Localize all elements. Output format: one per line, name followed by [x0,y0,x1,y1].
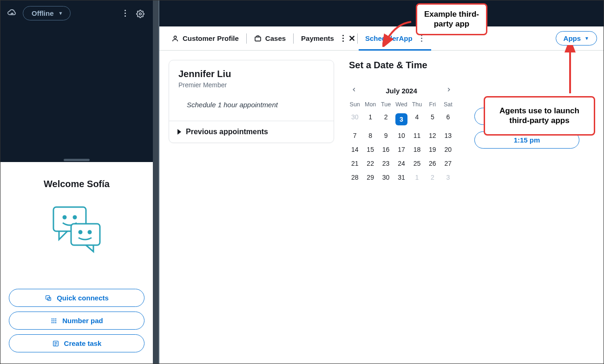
tab-more-icon[interactable] [342,35,344,42]
workspace: Customer Profile Cases Payments ✕ Schedu… [159,0,604,364]
status-label: Offline [32,9,54,17]
svg-point-11 [55,318,57,319]
svg-rect-4 [71,224,100,245]
calendar-day[interactable]: 1 [362,111,378,127]
tab-customer-profile[interactable]: Customer Profile [166,26,244,50]
calendar-day[interactable]: 10 [394,130,409,141]
scheduler-title: Set a Date & Time [349,60,594,71]
svg-point-13 [53,320,55,321]
quick-connects-label: Quick connects [57,294,109,302]
svg-point-17 [55,322,57,323]
calendar-day[interactable]: 7 [347,130,362,141]
svg-point-15 [52,322,53,323]
calendar-prev[interactable] [349,84,359,97]
calendar-day: 1 [409,172,425,183]
caret-down-icon: ▼ [584,36,589,41]
tab-more-icon[interactable] [421,35,422,42]
quick-connects-button[interactable]: Quick connects [9,289,144,307]
tab-bar: Customer Profile Cases Payments ✕ Schedu… [159,26,604,51]
drag-handle[interactable] [64,159,90,161]
calendar-day[interactable]: 26 [425,158,440,169]
calendar-dow: Fri [425,101,440,109]
svg-point-16 [53,322,55,323]
svg-point-5 [79,231,82,234]
calendar-day[interactable]: 29 [362,172,378,183]
calendar-day[interactable]: 24 [394,158,409,169]
tab-customer-profile-label: Customer Profile [183,34,239,42]
calendar-day[interactable]: 25 [409,158,425,169]
calendar-day[interactable]: 19 [425,144,440,155]
svg-rect-20 [255,37,261,41]
calendar-day[interactable]: 16 [378,144,394,155]
calendar-day[interactable]: 17 [394,144,409,155]
tab-separator [246,33,247,44]
callout-third-party-app: Example third-party app [416,3,487,35]
calendar-day[interactable]: 8 [362,130,378,141]
calendar-day[interactable]: 18 [409,144,425,155]
create-task-button[interactable]: Create task [9,334,144,352]
calendar-next[interactable] [444,84,454,97]
calendar-day[interactable]: 14 [347,144,362,155]
svg-point-10 [53,318,55,319]
svg-point-9 [52,318,53,319]
tab-cases[interactable]: Cases [249,26,291,50]
calendar-day[interactable]: 11 [409,130,425,141]
create-task-label: Create task [64,339,102,347]
status-selector[interactable]: Offline ▼ [23,6,71,20]
caret-down-icon: ▼ [59,11,63,16]
arrow-icon [563,45,581,96]
calendar-dow: Sun [347,101,362,109]
customer-task: Schedule 1 hour appointment [178,101,324,109]
panel-divider[interactable] [153,0,159,364]
calendar-day[interactable]: 13 [440,130,456,141]
calendar-day[interactable]: 6 [440,111,456,127]
calendar-day[interactable]: 28 [347,172,362,183]
calendar-day[interactable]: 15 [362,144,378,155]
customer-name: Jennifer Liu [178,69,324,79]
calendar-month: July 2024 [386,87,417,95]
calendar-day[interactable]: 4 [409,111,425,127]
tab-payments[interactable]: Payments [295,26,340,50]
svg-point-3 [73,216,76,219]
calendar-day: 30 [347,111,362,127]
calendar-day[interactable]: 2 [378,111,394,127]
calendar-day[interactable]: 21 [347,158,362,169]
calendar-dow: Mon [362,101,378,109]
welcome-text: Welcome Sofía [44,179,110,189]
svg-point-19 [174,36,176,38]
number-pad-icon [50,317,58,325]
calendar-day[interactable]: 12 [425,130,440,141]
svg-point-14 [55,320,57,321]
agent-status-area: Offline ▼ [0,0,153,162]
chevron-right-icon [177,129,181,135]
chat-illustration-icon [49,203,105,256]
previous-appointments-toggle[interactable]: Previous appointments [169,121,334,143]
calendar-day[interactable]: 30 [378,172,394,183]
calendar-day: 2 [425,172,440,183]
calendar-day[interactable]: 20 [440,144,456,155]
more-icon[interactable] [125,10,126,20]
tab-cases-label: Cases [265,34,286,42]
calendar-day[interactable]: 27 [440,158,456,169]
briefcase-icon [254,35,262,42]
agent-panel: Offline ▼ Welcome Sofía [0,0,153,364]
calendar-dow: Wed [394,101,409,109]
calendar-day[interactable]: 31 [394,172,409,183]
callout-apps-launch: Agents use to launch third-party apps [484,96,595,136]
gear-icon[interactable] [136,10,144,20]
number-pad-label: Number pad [62,317,103,325]
calendar-day[interactable]: 22 [362,158,378,169]
cloud-icon [7,8,17,19]
quick-connects-icon [45,294,52,302]
calendar-day[interactable]: 23 [378,158,394,169]
calendar-day[interactable]: 5 [425,111,440,127]
svg-point-0 [139,13,142,15]
close-icon[interactable]: ✕ [348,33,355,44]
calendar-day[interactable]: 3 [394,111,409,127]
svg-point-12 [52,320,53,321]
tab-separator [293,33,294,44]
apps-button[interactable]: Apps ▼ [556,31,597,46]
number-pad-button[interactable]: Number pad [9,312,144,330]
calendar-day[interactable]: 9 [378,130,394,141]
user-icon [171,35,179,42]
